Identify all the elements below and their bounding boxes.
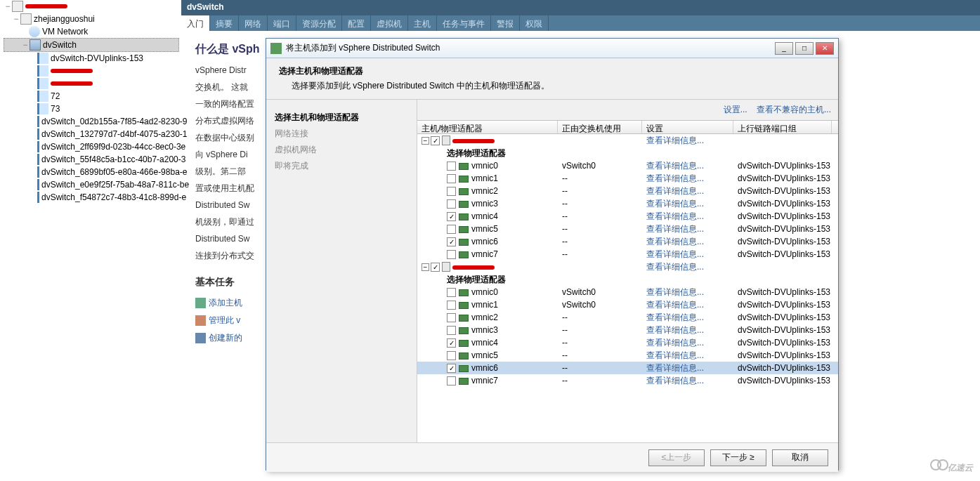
tree-portgroup[interactable]: 73 xyxy=(4,103,179,115)
nic-details-link[interactable]: 查看详细信息... xyxy=(646,211,704,221)
nic-row[interactable]: vmnic0vSwitch0查看详细信息...dvSwitch-DVUplink… xyxy=(417,159,838,172)
host-row[interactable]: −✓查看详细信息... xyxy=(417,134,838,147)
nic-row[interactable]: vmnic1--查看详细信息...dvSwitch-DVUplinks-153 xyxy=(417,172,838,185)
host-details-link[interactable]: 查看详细信息... xyxy=(646,136,704,145)
tree-dvswitch[interactable]: − dvSwitch xyxy=(4,38,179,52)
nic-details-link[interactable]: 查看详细信息... xyxy=(646,376,704,386)
tab-0[interactable]: 入门 xyxy=(181,15,210,31)
nic-details-link[interactable]: 查看详细信息... xyxy=(646,237,704,246)
nic-details-link[interactable]: 查看详细信息... xyxy=(646,224,704,234)
nic-details-link[interactable]: 查看详细信息... xyxy=(646,161,704,171)
host-adapter-grid[interactable]: −✓查看详细信息...选择物理适配器vmnic0vSwitch0查看详细信息..… xyxy=(417,134,838,442)
nic-details-link[interactable]: 查看详细信息... xyxy=(646,287,704,297)
tab-7[interactable]: 主机 xyxy=(408,15,437,31)
tree-portgroup[interactable]: dvSwitch_f54872c7-48b3-41c8-899d-e xyxy=(4,191,179,204)
nic-icon xyxy=(459,251,469,258)
nic-row[interactable]: vmnic7--查看详细信息...dvSwitch-DVUplinks-153 xyxy=(417,248,838,261)
cancel-button[interactable]: 取消 xyxy=(772,449,828,466)
tree-portgroup[interactable]: dvSwitch_2ff69f9d-023b-44cc-8ec0-3e xyxy=(4,140,179,153)
nic-row[interactable]: ✓vmnic6--查看详细信息...dvSwitch-DVUplinks-153 xyxy=(417,235,838,248)
nic-uplink: dvSwitch-DVUplinks-153 xyxy=(733,299,832,310)
nic-row[interactable]: ✓vmnic6--查看详细信息...dvSwitch-DVUplinks-153 xyxy=(417,362,838,374)
nic-row[interactable]: ✓vmnic4--查看详细信息...dvSwitch-DVUplinks-153 xyxy=(417,210,838,223)
wizard-step[interactable]: 选择主机和物理适配器 xyxy=(275,110,408,126)
tree-root[interactable]: − xyxy=(4,0,179,13)
nic-checkbox[interactable] xyxy=(447,351,456,360)
tab-10[interactable]: 权限 xyxy=(520,15,549,31)
nic-checkbox[interactable]: ✓ xyxy=(447,212,456,221)
tree-portgroup[interactable] xyxy=(4,77,179,90)
host-checkbox[interactable]: ✓ xyxy=(431,263,440,272)
collapse-icon[interactable]: − xyxy=(422,263,429,271)
view-incompatible-link[interactable]: 查看不兼容的主机... xyxy=(757,105,831,114)
tree-vmnet[interactable]: VM Network xyxy=(4,25,179,38)
next-button[interactable]: 下一步 ≥ xyxy=(710,449,766,466)
nic-checkbox[interactable] xyxy=(447,326,456,335)
tree-portgroup[interactable]: dvSwitch_6899bf05-e80a-466e-98ba-e xyxy=(4,166,179,178)
nic-checkbox[interactable]: ✓ xyxy=(447,364,456,373)
settings-link[interactable]: 设置... xyxy=(724,105,747,114)
nic-checkbox[interactable] xyxy=(447,250,456,259)
tree-portgroup[interactable]: dvSwitch-DVUplinks-153 xyxy=(4,52,179,65)
nic-details-link[interactable]: 查看详细信息... xyxy=(646,173,704,183)
nic-details-link[interactable]: 查看详细信息... xyxy=(646,312,704,322)
nic-checkbox[interactable] xyxy=(447,199,456,209)
tab-2[interactable]: 网络 xyxy=(239,15,268,31)
tab-6[interactable]: 虚拟机 xyxy=(371,15,408,31)
portgroup-icon xyxy=(37,103,48,114)
tree-dc[interactable]: − zhejiangguoshui xyxy=(4,13,179,25)
tab-3[interactable]: 端口 xyxy=(268,15,296,31)
nic-checkbox[interactable] xyxy=(447,288,456,297)
close-button[interactable]: ✕ xyxy=(816,42,834,55)
nic-details-link[interactable]: 查看详细信息... xyxy=(646,338,704,348)
tree-portgroup[interactable]: dvSwitch_0d2b155a-7f85-4ad2-8230-9 xyxy=(4,115,179,128)
nic-row[interactable]: vmnic3--查看详细信息...dvSwitch-DVUplinks-153 xyxy=(417,197,838,210)
nic-row[interactable]: ✓vmnic4--查看详细信息...dvSwitch-DVUplinks-153 xyxy=(417,336,838,349)
tab-4[interactable]: 资源分配 xyxy=(296,15,342,31)
tree-portgroup[interactable]: dvSwitch_132797d7-d4bf-4075-a230-1 xyxy=(4,128,179,140)
nic-checkbox[interactable] xyxy=(447,174,456,183)
wizard-step[interactable]: 虚拟机网络 xyxy=(275,142,408,158)
tab-8[interactable]: 任务与事件 xyxy=(437,15,491,31)
nic-row[interactable]: vmnic2--查看详细信息...dvSwitch-DVUplinks-153 xyxy=(417,311,838,324)
nic-row[interactable]: vmnic3--查看详细信息...dvSwitch-DVUplinks-153 xyxy=(417,324,838,336)
host-details-link[interactable]: 查看详细信息... xyxy=(646,262,704,272)
host-checkbox[interactable]: ✓ xyxy=(431,136,440,145)
nic-row[interactable]: vmnic1vSwitch0查看详细信息...dvSwitch-DVUplink… xyxy=(417,298,838,311)
nic-checkbox[interactable] xyxy=(447,162,456,171)
nic-checkbox[interactable]: ✓ xyxy=(447,338,456,348)
tree-portgroup[interactable] xyxy=(4,65,179,77)
nic-details-link[interactable]: 查看详细信息... xyxy=(646,325,704,335)
nic-row[interactable]: vmnic7--查看详细信息...dvSwitch-DVUplinks-153 xyxy=(417,374,838,387)
nic-checkbox[interactable] xyxy=(447,187,456,196)
nic-row[interactable]: vmnic5--查看详细信息...dvSwitch-DVUplinks-153 xyxy=(417,223,838,235)
host-row[interactable]: −✓查看详细信息... xyxy=(417,261,838,273)
minimize-button[interactable]: _ xyxy=(775,42,793,55)
tree-portgroup[interactable]: dvSwitch_e0e9f25f-75ab-48a7-811c-be xyxy=(4,178,179,191)
tab-5[interactable]: 配置 xyxy=(342,15,371,31)
nic-details-link[interactable]: 查看详细信息... xyxy=(646,249,704,259)
nic-icon xyxy=(459,289,469,296)
nic-row[interactable]: vmnic0vSwitch0查看详细信息...dvSwitch-DVUplink… xyxy=(417,286,838,298)
nic-checkbox[interactable] xyxy=(447,376,456,386)
maximize-button[interactable]: □ xyxy=(795,42,814,55)
nic-checkbox[interactable] xyxy=(447,313,456,322)
nic-details-link[interactable]: 查看详细信息... xyxy=(646,350,704,360)
nic-details-link[interactable]: 查看详细信息... xyxy=(646,363,704,373)
nic-checkbox[interactable] xyxy=(447,301,456,310)
tree-portgroup[interactable]: dvSwitch_55f48c5a-b1cc-40b7-a200-3 xyxy=(4,153,179,166)
nic-checkbox[interactable] xyxy=(447,225,456,234)
nic-details-link[interactable]: 查看详细信息... xyxy=(646,300,704,310)
wizard-step[interactable]: 即将完成 xyxy=(275,158,408,174)
back-button[interactable]: ≤上一步 xyxy=(648,449,705,466)
nic-details-link[interactable]: 查看详细信息... xyxy=(646,199,704,209)
nic-details-link[interactable]: 查看详细信息... xyxy=(646,186,704,196)
nic-row[interactable]: vmnic2--查看详细信息...dvSwitch-DVUplinks-153 xyxy=(417,185,838,197)
wizard-step[interactable]: 网络连接 xyxy=(275,126,408,142)
tab-1[interactable]: 摘要 xyxy=(210,15,239,31)
nic-checkbox[interactable]: ✓ xyxy=(447,237,456,246)
tab-9[interactable]: 警报 xyxy=(491,15,520,31)
collapse-icon[interactable]: − xyxy=(422,137,429,145)
tree-portgroup[interactable]: 72 xyxy=(4,90,179,103)
nic-row[interactable]: vmnic5--查看详细信息...dvSwitch-DVUplinks-153 xyxy=(417,349,838,362)
